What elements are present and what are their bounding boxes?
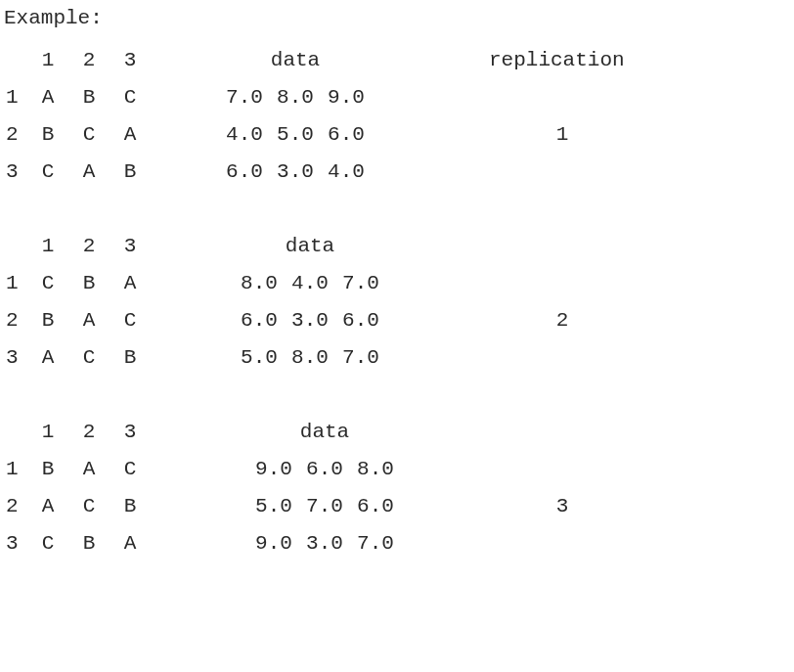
data-cell: 7.0 xyxy=(299,496,350,516)
data-cell: 9.0 xyxy=(248,533,299,554)
data-cell: 4.0 xyxy=(285,273,335,293)
col-header-2: 2 xyxy=(68,236,110,256)
data-cell: 5.0 xyxy=(234,347,285,368)
design-cell: A xyxy=(68,161,110,182)
design-cell: C xyxy=(68,496,110,516)
replication-header: replication xyxy=(489,50,636,70)
example-title: Example: xyxy=(0,8,103,28)
design-cell: C xyxy=(110,310,151,331)
col-header-1: 1 xyxy=(27,422,68,442)
col-header-3: 3 xyxy=(110,236,151,256)
data-cell: 8.0 xyxy=(285,347,335,368)
row-label: 3 xyxy=(0,533,27,554)
row-label: 1 xyxy=(0,87,27,108)
row-label: 1 xyxy=(0,273,27,293)
replication-number: 3 xyxy=(489,496,636,516)
data-cell: 7.0 xyxy=(350,533,401,554)
data-cell: 3.0 xyxy=(299,533,350,554)
design-cell: B xyxy=(110,347,151,368)
data-cell: 6.0 xyxy=(350,496,401,516)
row-label: 2 xyxy=(0,310,27,331)
data-cell: 3.0 xyxy=(285,310,335,331)
design-cell: C xyxy=(27,533,68,554)
col-header-1: 1 xyxy=(27,236,68,256)
data-cell: 8.0 xyxy=(350,459,401,479)
data-cell: 6.0 xyxy=(234,310,285,331)
design-cell: B xyxy=(27,310,68,331)
replication-number: 2 xyxy=(489,310,636,331)
design-cell: B xyxy=(68,533,110,554)
design-cell: B xyxy=(68,273,110,293)
design-cell: B xyxy=(27,124,68,145)
data-cell: 6.0 xyxy=(299,459,350,479)
design-cell: A xyxy=(110,124,151,145)
design-cell: A xyxy=(27,496,68,516)
data-cell: 8.0 xyxy=(234,273,285,293)
data-cell: 6.0 xyxy=(321,124,372,145)
data-cell: 9.0 xyxy=(321,87,372,108)
design-cell: A xyxy=(68,310,110,331)
design-cell: A xyxy=(27,347,68,368)
data-cell: 4.0 xyxy=(219,124,270,145)
row-label: 2 xyxy=(0,124,27,145)
row-label: 3 xyxy=(0,347,27,368)
row-label: 2 xyxy=(0,496,27,516)
col-header-2: 2 xyxy=(68,422,110,442)
design-cell: B xyxy=(68,87,110,108)
data-cell: 8.0 xyxy=(270,87,321,108)
design-cell: C xyxy=(110,87,151,108)
design-cell: A xyxy=(110,273,151,293)
data-cell: 4.0 xyxy=(321,161,372,182)
row-label: 3 xyxy=(0,161,27,182)
design-cell: A xyxy=(27,87,68,108)
data-cell: 7.0 xyxy=(335,273,386,293)
data-cell: 5.0 xyxy=(270,124,321,145)
col-header-1: 1 xyxy=(27,50,68,70)
data-cell: 7.0 xyxy=(219,87,270,108)
col-header-2: 2 xyxy=(68,50,110,70)
data-cell: 7.0 xyxy=(335,347,386,368)
design-cell: C xyxy=(68,347,110,368)
data-cell: 6.0 xyxy=(219,161,270,182)
design-cell: C xyxy=(110,459,151,479)
data-header: data xyxy=(248,422,401,442)
data-header: data xyxy=(219,50,372,70)
data-cell: 9.0 xyxy=(248,459,299,479)
design-cell: C xyxy=(27,273,68,293)
design-cell: A xyxy=(68,459,110,479)
col-header-3: 3 xyxy=(110,422,151,442)
row-label: 1 xyxy=(0,459,27,479)
design-cell: B xyxy=(27,459,68,479)
data-header: data xyxy=(234,236,386,256)
design-cell: B xyxy=(110,496,151,516)
design-cell: B xyxy=(110,161,151,182)
design-cell: C xyxy=(27,161,68,182)
design-cell: A xyxy=(110,533,151,554)
col-header-3: 3 xyxy=(110,50,151,70)
data-cell: 6.0 xyxy=(335,310,386,331)
design-cell: C xyxy=(68,124,110,145)
replication-number: 1 xyxy=(489,124,636,145)
data-cell: 5.0 xyxy=(248,496,299,516)
data-cell: 3.0 xyxy=(270,161,321,182)
